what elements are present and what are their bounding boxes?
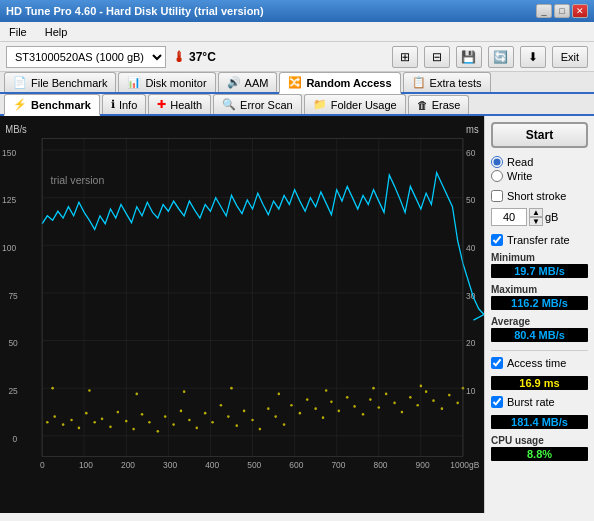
maximum-label: Maximum <box>491 284 588 295</box>
read-radio[interactable] <box>491 156 503 168</box>
toolbar-btn-3[interactable]: 💾 <box>456 46 482 68</box>
svg-text:500: 500 <box>247 459 261 469</box>
menu-bar: File Help <box>0 22 594 42</box>
toolbar-btn-1[interactable]: ⊞ <box>392 46 418 68</box>
short-stroke-checkbox[interactable] <box>491 190 503 202</box>
spinner-up[interactable]: ▲ <box>529 208 543 217</box>
close-button[interactable]: ✕ <box>572 4 588 18</box>
burst-rate-checkbox[interactable] <box>491 396 503 408</box>
svg-point-55 <box>117 411 120 414</box>
health-icon: ✚ <box>157 98 166 111</box>
svg-text:800: 800 <box>374 459 388 469</box>
svg-point-88 <box>378 406 381 409</box>
spinner-down[interactable]: ▼ <box>529 217 543 226</box>
svg-point-51 <box>85 412 88 415</box>
benchmark-chart: MB/s 150 125 100 75 50 25 0 ms 60 50 40 … <box>0 116 484 513</box>
svg-point-79 <box>306 398 309 401</box>
spinner-row: ▲ ▼ gB <box>491 208 588 226</box>
tab-error-scan[interactable]: 🔍 Error Scan <box>213 94 302 114</box>
tab-aam[interactable]: 🔊 AAM <box>218 72 278 92</box>
average-label: Average <box>491 316 588 327</box>
svg-text:900: 900 <box>416 459 430 469</box>
tab-health[interactable]: ✚ Health <box>148 94 211 114</box>
svg-text:trial version: trial version <box>51 174 105 186</box>
svg-text:40: 40 <box>466 243 475 253</box>
tab-erase[interactable]: 🗑 Erase <box>408 95 470 114</box>
toolbar-btn-5[interactable]: ⬇ <box>520 46 546 68</box>
tab-info[interactable]: ℹ Info <box>102 94 146 114</box>
tab-disk-monitor[interactable]: 📊 Disk monitor <box>118 72 215 92</box>
svg-point-91 <box>401 411 404 414</box>
svg-text:60: 60 <box>466 147 475 157</box>
svg-text:20: 20 <box>466 338 475 348</box>
title-bar: HD Tune Pro 4.60 - Hard Disk Utility (tr… <box>0 0 594 22</box>
tab-random-access[interactable]: 🔀 Random Access <box>279 72 400 94</box>
svg-text:200: 200 <box>121 459 135 469</box>
svg-point-63 <box>180 410 183 413</box>
tab-benchmark[interactable]: ⚡ Benchmark <box>4 94 100 116</box>
svg-point-56 <box>125 420 128 423</box>
cpu-usage-section: CPU usage 8.8% <box>491 435 588 461</box>
svg-point-68 <box>220 404 223 407</box>
disk-select[interactable]: ST31000520AS (1000 gB) <box>6 46 166 68</box>
read-radio-label[interactable]: Read <box>491 156 588 168</box>
burst-rate-section: 181.4 MB/s <box>491 414 588 429</box>
extra-tests-icon: 📋 <box>412 76 426 89</box>
svg-point-57 <box>132 428 135 431</box>
maximum-value: 116.2 MB/s <box>491 296 588 310</box>
svg-text:50: 50 <box>8 338 17 348</box>
svg-point-83 <box>338 410 341 413</box>
svg-text:400: 400 <box>205 459 219 469</box>
temperature-display: 🌡 37°C <box>172 49 216 65</box>
svg-point-72 <box>251 419 254 422</box>
svg-text:75: 75 <box>8 290 17 300</box>
menu-file[interactable]: File <box>6 25 30 39</box>
menu-help[interactable]: Help <box>42 25 71 39</box>
cpu-usage-value: 8.8% <box>491 447 588 461</box>
access-time-value: 16.9 ms <box>491 376 588 390</box>
svg-point-69 <box>227 415 230 418</box>
svg-point-75 <box>274 415 277 418</box>
svg-point-96 <box>441 407 444 410</box>
tab-folder-usage[interactable]: 📁 Folder Usage <box>304 94 406 114</box>
svg-text:25: 25 <box>8 386 17 396</box>
svg-point-89 <box>385 393 388 396</box>
svg-point-95 <box>432 399 435 402</box>
svg-point-92 <box>409 396 412 399</box>
tab-row-bottom: ⚡ Benchmark ℹ Info ✚ Health 🔍 Error Scan… <box>0 94 594 116</box>
tab-extra-tests[interactable]: 📋 Extra tests <box>403 72 491 92</box>
tab-file-benchmark[interactable]: 📄 File Benchmark <box>4 72 116 92</box>
svg-point-94 <box>425 390 428 393</box>
read-write-group: Read Write <box>491 156 588 182</box>
svg-point-85 <box>353 405 356 408</box>
svg-point-50 <box>78 427 81 430</box>
info-icon: ℹ <box>111 98 115 111</box>
svg-point-98 <box>456 402 459 405</box>
exit-button[interactable]: Exit <box>552 46 588 68</box>
svg-point-106 <box>325 389 328 392</box>
gb-spinner-input[interactable] <box>491 208 527 226</box>
svg-text:0: 0 <box>40 459 45 469</box>
svg-point-102 <box>136 393 139 396</box>
svg-point-101 <box>88 389 91 392</box>
svg-point-84 <box>346 396 349 399</box>
aam-icon: 🔊 <box>227 76 241 89</box>
maximize-button[interactable]: □ <box>554 4 570 18</box>
write-radio[interactable] <box>491 170 503 182</box>
svg-point-65 <box>195 427 198 430</box>
toolbar-btn-2[interactable]: ⊟ <box>424 46 450 68</box>
svg-text:50: 50 <box>466 195 475 205</box>
toolbar-btn-4[interactable]: 🔄 <box>488 46 514 68</box>
toolbar: ST31000520AS (1000 gB) 🌡 37°C ⊞ ⊟ 💾 🔄 ⬇ … <box>0 42 594 72</box>
error-scan-icon: 🔍 <box>222 98 236 111</box>
transfer-rate-checkbox[interactable] <box>491 234 503 246</box>
minimize-button[interactable]: _ <box>536 4 552 18</box>
write-radio-label[interactable]: Write <box>491 170 588 182</box>
svg-point-66 <box>204 412 207 415</box>
svg-point-77 <box>290 404 293 407</box>
title-bar-buttons: _ □ ✕ <box>536 4 588 18</box>
svg-point-46 <box>46 421 49 424</box>
svg-point-87 <box>369 398 372 401</box>
access-time-checkbox[interactable] <box>491 357 503 369</box>
start-button[interactable]: Start <box>491 122 588 148</box>
